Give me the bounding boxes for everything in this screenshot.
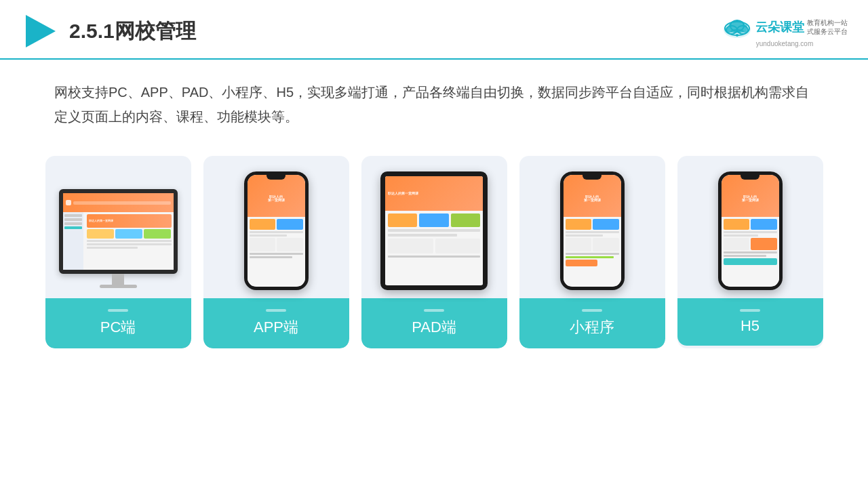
play-icon [20,12,58,50]
card-label-pc: PC端 [45,298,191,348]
description-text: 网校支持PC、APP、PAD、小程序、H5，实现多端打通，产品各终端自由切换，数… [0,60,868,142]
card-label-miniprogram: 小程序 [519,298,665,348]
card-pad: 职达人的第一堂网课 [361,156,507,348]
logo-area: 云朵课堂 教育机构一站 式服务云平台 yunduoketang.com [722,15,848,47]
svg-marker-0 [26,15,56,47]
header-left: 2.5.1网校管理 [20,12,196,50]
card-label-h5: H5 [677,298,823,346]
cloud-logo-icon [722,15,753,39]
card-miniprogram: 职达人的第一堂网课 [519,156,665,348]
logo-brand-name: 云朵课堂 [755,19,804,35]
card-label-pad: PAD端 [361,298,507,348]
card-h5: 职达人的第一堂网课 [677,156,823,348]
card-label-app: APP端 [203,298,349,348]
logo-brand: 云朵课堂 教育机构一站 式服务云平台 [722,15,848,39]
header: 2.5.1网校管理 云朵课堂 教育机构一站 式服务云平 [0,0,868,60]
svg-point-6 [736,34,738,37]
logo-url: yunduoketang.com [756,40,814,47]
cards-container: 职达人的第一堂网课 [0,142,868,362]
card-app: 职达人的第一堂网课 [203,156,349,348]
card-pc: 职达人的第一堂网课 [45,156,191,348]
logo-subtitle: 教育机构一站 式服务云平台 [807,18,848,36]
page-title: 2.5.1网校管理 [69,18,196,45]
